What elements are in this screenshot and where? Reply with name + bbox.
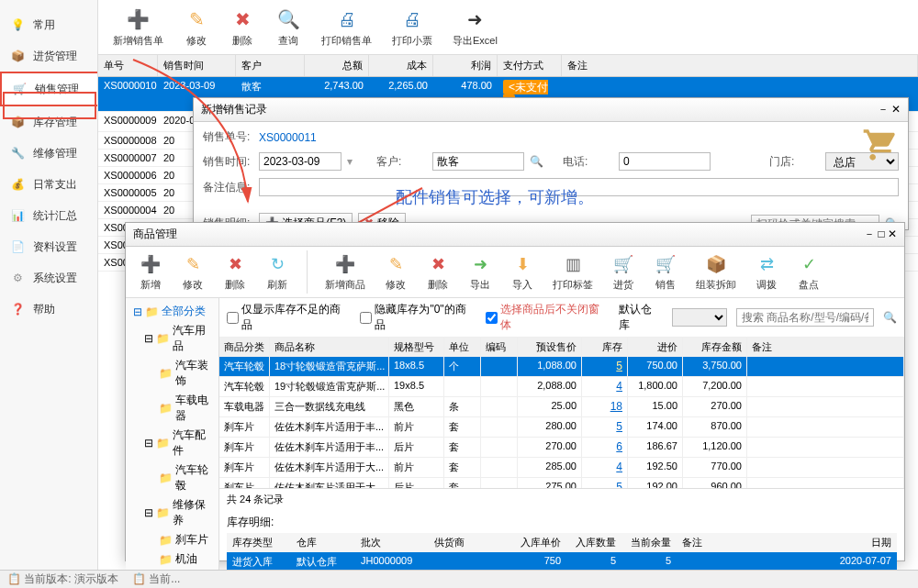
tree-item[interactable]: 📁 机油 [129,549,215,569]
goods-row[interactable]: 汽车轮毂18寸轮毂锻造雷克萨斯...18x8.5个1,088.005750.00… [219,357,904,377]
col-header[interactable]: 成本 [369,55,433,76]
sale-time-input[interactable] [259,152,341,171]
calendar-icon[interactable]: ▾ [347,155,353,168]
tree-item[interactable]: ⊟ 📁 维修保养 [129,495,215,530]
goods-toolbar-btn-3[interactable]: ↻刷新 [260,250,295,294]
goods-toolbar-btn-13[interactable]: 📦组装拆卸 [690,250,742,294]
sidebar-item-6[interactable]: 📊统计汇总 [0,200,97,231]
toolbar-icon: ▥ [561,252,585,276]
goods-toolbar-btn-1[interactable]: ✎修改 [175,250,210,294]
sidebar-item-0[interactable]: 💡常用 [0,9,97,40]
goods-toolbar-btn-8[interactable]: ➜导出 [463,250,498,294]
goods-row[interactable]: 刹车片佐佐木刹车片适用于大...后片套275.005192.00960.00 [219,478,904,488]
goods-row[interactable]: 车载电器三合一数据线充电线黑色条25.001815.00270.00 [219,397,904,417]
tree-item[interactable]: 📁 汽车轮毂 [129,460,215,495]
goods-col-header[interactable]: 进价 [628,338,683,357]
goods-col-header[interactable]: 单位 [444,338,481,357]
toolbar-label: 新增 [140,278,161,292]
sidebar-item-7[interactable]: 📄资料设置 [0,231,97,262]
goods-toolbar-btn-0[interactable]: ➕新增 [133,250,168,294]
goods-col-header[interactable]: 商品名称 [270,338,389,357]
goods-col-header[interactable]: 规格型号 [389,338,444,357]
toolbar-btn-6[interactable]: ➜导出Excel [447,5,503,50]
default-wh-select[interactable] [672,308,727,327]
col-header[interactable]: 总额 [305,55,369,76]
goods-toolbar-btn-11[interactable]: 🛒进货 [606,250,641,294]
stock-col-header: 入库数量 [566,533,621,552]
search-icon[interactable]: 🔍 [883,311,897,324]
toolbar-btn-2[interactable]: ✖删除 [224,5,261,50]
goods-col-header[interactable]: 编码 [481,338,518,357]
toolbar-icon: ➜ [468,252,492,276]
goods-toolbar-btn-15[interactable]: ✓盘点 [791,250,826,294]
col-header[interactable]: 利润 [433,55,498,76]
hide-zero-checkbox[interactable]: 隐藏库存为"0"的商品 [360,302,476,333]
toolbar-label: 打印销售单 [321,34,372,48]
sidebar-item-8[interactable]: ⚙系统设置 [0,262,97,294]
goods-toolbar-btn-9[interactable]: ⬇导入 [505,250,540,294]
col-header[interactable]: 销售时间 [158,55,236,76]
goods-toolbar-btn-14[interactable]: ⇄调拨 [749,250,784,294]
toolbar-label: 删除 [428,278,448,292]
main-toolbar: ➕新增销售单✎修改✖删除🔍查询🖨打印销售单🖨打印小票➜导出Excel [98,0,918,55]
col-header[interactable]: 备注 [562,55,918,76]
goods-col-header[interactable]: 备注 [747,338,904,357]
toolbar-icon: ✎ [184,6,209,32]
goods-row[interactable]: 汽车轮毂19寸轮毂锻造雷克萨斯...19x8.52,088.0041,800.0… [219,377,904,397]
folder-icon: 📁 [159,534,173,547]
modal-title: 新增销售记录 [201,102,267,117]
search-icon[interactable]: 🔍 [530,155,543,168]
sidebar-item-1[interactable]: 📦进货管理 [0,40,97,72]
close-icon[interactable]: － ✕ [878,102,901,117]
col-header[interactable]: 客户 [236,55,305,76]
tree-item[interactable]: ⊟ 📁 汽车配件 [129,426,215,460]
tree-item[interactable]: ⊟ 📁 全部分类 [129,302,215,321]
filter-bar: 仅显示库存不足的商品 隐藏库存为"0"的商品 选择商品后不关闭窗体 默认仓库 🔍 [219,298,904,338]
window-controls[interactable]: － □ ✕ [864,227,897,242]
col-header[interactable]: 单号 [98,55,158,76]
tree-item[interactable]: 📁 车载电器 [129,391,215,426]
col-header[interactable]: 支付方式 [498,55,562,76]
goods-toolbar-btn-7[interactable]: ✖删除 [420,250,455,294]
low-stock-checkbox[interactable]: 仅显示库存不足的商品 [227,302,351,333]
customer-input[interactable] [432,152,524,171]
goods-col-header[interactable]: 库存 [582,338,628,357]
toolbar-btn-4[interactable]: 🖨打印销售单 [316,5,377,50]
sidebar-item-2[interactable]: 🛒销售管理 [0,72,97,106]
keep-open-checkbox[interactable]: 选择商品后不关闭窗体 [486,302,610,333]
toolbar-btn-1[interactable]: ✎修改 [178,5,215,50]
customer-label: 客户: [376,154,427,170]
tree-item[interactable]: ⊟ 📁 汽车用品 [129,321,215,356]
toolbar-label: 销售 [655,278,676,292]
toolbar-btn-0[interactable]: ➕新增销售单 [107,5,169,50]
sidebar-item-4[interactable]: 🔧维修管理 [0,138,97,169]
toolbar-icon: 🛒 [611,252,635,276]
goods-row[interactable]: 刹车片佐佐木刹车片适用于丰...后片套270.006186.671,120.00 [219,438,904,458]
goods-col-header[interactable]: 商品分类 [219,338,270,357]
folder-icon: 📁 [156,506,170,519]
goods-toolbar-btn-10[interactable]: ▥打印标签 [547,250,599,294]
stock-detail-header: 库存类型仓库批次供货商入库单价入库数量当前余量备注日期 [227,533,897,552]
goods-toolbar-btn-2[interactable]: ✖删除 [218,250,252,294]
tree-item[interactable]: 📁 刹车片 [129,530,215,549]
goods-col-header[interactable]: 库存金额 [683,338,747,357]
store-label: 门店: [769,154,820,170]
toolbar-btn-3[interactable]: 🔍查询 [270,5,307,50]
sidebar-item-9[interactable]: ❓帮助 [0,294,97,325]
phone-input[interactable] [619,152,711,171]
toolbar-label: 修改 [183,278,203,292]
annotation-text: 配件销售可选择，可新增。 [396,186,594,208]
goods-row[interactable]: 刹车片佐佐木刹车片适用于丰...前片套280.005174.00870.00 [219,417,904,438]
goods-toolbar-btn-5[interactable]: ➕新增商品 [319,250,371,294]
goods-col-header[interactable]: 预设售价 [518,338,582,357]
sidebar-item-5[interactable]: 💰日常支出 [0,169,97,200]
toolbar-label: 进货 [613,278,633,292]
stock-detail-row[interactable]: 进货入库 默认仓库 JH0000009 750 5 5 2020-07-07 [227,552,897,571]
goods-toolbar-btn-6[interactable]: ✎修改 [378,250,413,294]
toolbar-btn-5[interactable]: 🖨打印小票 [386,5,438,50]
sidebar-item-3[interactable]: 📦库存管理 [0,106,97,138]
goods-row[interactable]: 刹车片佐佐木刹车片适用于大...前片套285.004192.50770.00 [219,458,904,478]
goods-toolbar-btn-12[interactable]: 🛒销售 [648,250,683,294]
goods-search-input[interactable] [736,308,874,327]
tree-item[interactable]: 📁 汽车装饰 [129,356,215,391]
